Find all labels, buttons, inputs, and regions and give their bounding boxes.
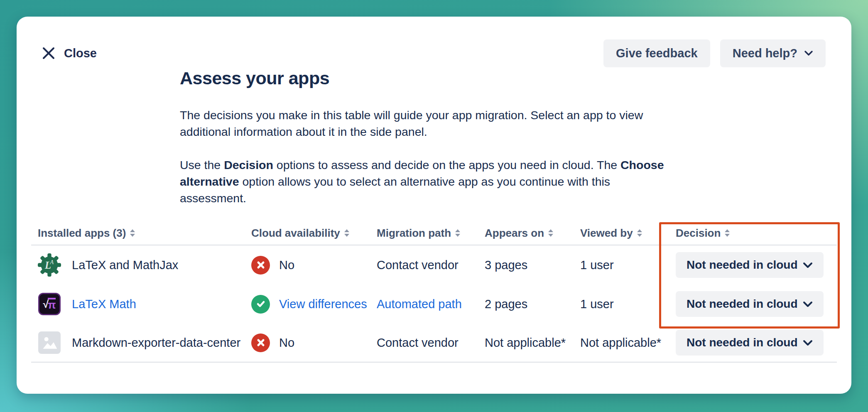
svg-text:A: A: [50, 259, 54, 265]
assess-apps-modal: Close Give feedback Need help? Assess yo…: [17, 17, 851, 394]
modal-topbar: Close Give feedback Need help?: [17, 17, 851, 67]
sort-icon: [725, 229, 730, 237]
migration-path-link[interactable]: Automated path: [377, 297, 462, 311]
migration-path-value: Contact vendor: [377, 258, 459, 272]
column-label: Cloud availability: [251, 227, 340, 240]
chevron-down-icon: [803, 301, 813, 307]
decision-value: Not needed in cloud: [687, 258, 798, 272]
decision-dropdown[interactable]: Not needed in cloud: [676, 291, 824, 317]
appears-on-value: 2 pages: [485, 297, 527, 311]
column-header-installed-apps[interactable]: Installed apps (3): [31, 227, 251, 240]
column-label: Decision: [676, 227, 721, 240]
sort-icon: [344, 229, 349, 237]
give-feedback-button[interactable]: Give feedback: [603, 39, 710, 67]
chevron-down-icon: [804, 50, 813, 56]
decision-paragraph: Use the Decision options to assess and d…: [180, 157, 672, 206]
app-name: Markdown-exporter-data-center: [72, 336, 240, 350]
appears-on-value: Not applicable*: [485, 336, 566, 349]
close-icon: [42, 46, 56, 60]
column-label: Installed apps (3): [38, 227, 126, 240]
column-header-viewed-by[interactable]: Viewed by: [580, 227, 676, 240]
close-label: Close: [64, 47, 97, 60]
intro-paragraph: The decisions you make in this table wil…: [180, 107, 672, 140]
latex-math-icon: √π: [38, 292, 61, 316]
decision-dropdown[interactable]: Not needed in cloud: [676, 252, 824, 278]
available-check-icon: [251, 295, 270, 314]
page-title: Assess your apps: [180, 68, 672, 88]
image-placeholder-icon: [38, 331, 61, 354]
app-name-link[interactable]: LaTeX Math: [72, 297, 136, 311]
chevron-down-icon: [803, 262, 813, 268]
give-feedback-label: Give feedback: [616, 47, 698, 60]
table-header-row: Installed apps (3) Cloud availability Mi…: [31, 221, 837, 245]
topbar-actions: Give feedback Need help?: [603, 39, 826, 67]
sort-icon: [455, 229, 460, 237]
column-label: Appears on: [485, 227, 544, 240]
appears-on-value: 3 pages: [485, 258, 527, 272]
viewed-by-value: Not applicable*: [580, 336, 661, 349]
app-name: LaTeX and MathJax: [72, 258, 178, 272]
view-differences-link[interactable]: View differences: [279, 297, 367, 311]
column-header-migration-path[interactable]: Migration path: [377, 227, 485, 240]
sort-icon: [637, 229, 642, 237]
cloud-availability-value: No: [279, 258, 294, 272]
decision-value: Not needed in cloud: [687, 297, 798, 311]
table-row[interactable]: Markdown-exporter-data-center No Contact…: [31, 324, 837, 363]
decision-value: Not needed in cloud: [687, 336, 798, 349]
table-row[interactable]: L A LaTeX and MathJax No Contact vendor …: [31, 245, 837, 284]
column-header-decision[interactable]: Decision: [676, 227, 837, 240]
need-help-button[interactable]: Need help?: [720, 39, 826, 67]
migration-path-value: Contact vendor: [377, 336, 459, 349]
sort-icon: [130, 229, 135, 237]
column-header-cloud-availability[interactable]: Cloud availability: [251, 227, 377, 240]
viewed-by-value: 1 user: [580, 258, 614, 272]
column-header-appears-on[interactable]: Appears on: [485, 227, 580, 240]
sort-icon: [548, 229, 553, 237]
chevron-down-icon: [803, 340, 813, 346]
decision-dropdown[interactable]: Not needed in cloud: [676, 330, 824, 356]
column-label: Migration path: [377, 227, 451, 240]
column-label: Viewed by: [580, 227, 633, 240]
need-help-label: Need help?: [733, 47, 797, 60]
table-row[interactable]: √π LaTeX Math View differences Automated…: [31, 284, 837, 324]
unavailable-cross-icon: [251, 334, 270, 352]
intro-section: Assess your apps The decisions you make …: [180, 68, 672, 206]
viewed-by-value: 1 user: [580, 297, 614, 311]
latex-mathjax-gear-icon: L A: [38, 253, 61, 277]
unavailable-cross-icon: [251, 256, 270, 275]
cloud-availability-value: No: [279, 336, 294, 350]
installed-apps-table: Installed apps (3) Cloud availability Mi…: [31, 221, 837, 363]
close-button[interactable]: Close: [42, 46, 97, 60]
